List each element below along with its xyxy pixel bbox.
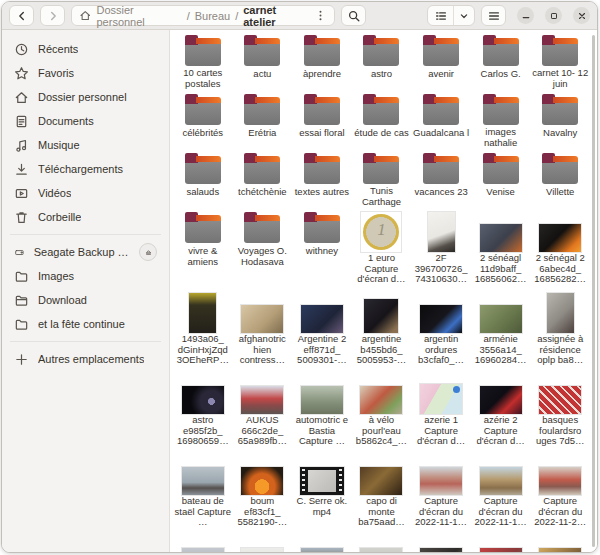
search-button[interactable] bbox=[341, 5, 366, 26]
forward-button[interactable] bbox=[40, 5, 65, 26]
back-button[interactable] bbox=[9, 5, 34, 26]
image-file-item[interactable]: Capture d'écran du … bbox=[174, 533, 232, 552]
image-thumbnail bbox=[420, 384, 462, 414]
main-menu-button[interactable] bbox=[481, 5, 506, 26]
image-file-item[interactable]: astro e985f2b_ 16980659… bbox=[174, 371, 232, 450]
image-file-item[interactable]: bateau de staël Capture … bbox=[174, 452, 232, 531]
sidebar-item-musique[interactable]: Musique bbox=[8, 133, 163, 157]
folder-item[interactable]: images nathalie bbox=[472, 91, 530, 148]
breadcrumb-root[interactable]: Dossier personnel bbox=[96, 4, 181, 28]
folder-item[interactable]: vivre & amiens bbox=[174, 209, 232, 288]
breadcrumb-parent[interactable]: Bureau bbox=[195, 10, 230, 22]
sidebar-item-seagate-backup-plus-drive[interactable]: Seagate Backup Plus Drive bbox=[8, 240, 163, 264]
breadcrumb[interactable]: Dossier personnel / Bureau / carnet atel… bbox=[71, 5, 335, 26]
folder-item[interactable]: withney bbox=[293, 209, 351, 288]
sidebar-item-favoris[interactable]: Favoris bbox=[8, 61, 163, 85]
maximize-button[interactable] bbox=[545, 7, 562, 24]
music-icon bbox=[14, 138, 29, 153]
image-file-item[interactable]: Capture d'écran du … bbox=[233, 533, 291, 552]
image-file-item[interactable]: Capture d'écran du … bbox=[531, 533, 589, 552]
folder-item[interactable]: Erétria bbox=[233, 91, 291, 148]
folder-item[interactable]: salauds bbox=[174, 150, 232, 207]
folder-item[interactable]: célébrités bbox=[174, 91, 232, 148]
image-file-item[interactable]: 2 sénéagl 11d9baff_ 16856062… bbox=[472, 209, 530, 288]
file-label: argentine b455bd6_ 5005953-… bbox=[352, 334, 410, 366]
folder-item[interactable]: àprendre bbox=[293, 32, 351, 89]
image-file-item[interactable]: Capture d'écran du … bbox=[472, 533, 530, 552]
image-file-item[interactable]: basques foulardsro uges 7d5… bbox=[531, 371, 589, 450]
image-file-item[interactable]: capo di monte ba75aad… bbox=[352, 452, 410, 531]
folder-icon bbox=[423, 159, 459, 184]
folder-item[interactable]: astro bbox=[352, 32, 410, 89]
image-file-item[interactable]: 1493a06_ dGinHxjZqd 3OEheRP… bbox=[174, 290, 232, 369]
image-thumbnail bbox=[360, 467, 402, 495]
folder-item[interactable]: actu bbox=[233, 32, 291, 89]
folder-item[interactable]: Tunis Carthage bbox=[352, 150, 410, 207]
list-view-button[interactable] bbox=[428, 6, 454, 25]
image-file-item[interactable]: afghanotric hien contress… bbox=[233, 290, 291, 369]
image-file-item[interactable]: Capture d'écran du … bbox=[352, 533, 410, 552]
folder-item[interactable]: 10 cartes postales bbox=[174, 32, 232, 89]
sidebar-item-documents[interactable]: Documents bbox=[8, 109, 163, 133]
image-file-item[interactable]: à vélo pourl'eau b5862c4_… bbox=[352, 371, 410, 450]
folder-item[interactable]: Venise bbox=[472, 150, 530, 207]
image-file-item[interactable]: Capture d'écran du 2022-11-1… bbox=[472, 452, 530, 531]
image-file-item[interactable]: 1 euro Capture d'écran d… bbox=[352, 209, 410, 288]
image-file-item[interactable]: assignée à résidence oplp ba8… bbox=[531, 290, 589, 369]
folder-icon bbox=[14, 269, 29, 284]
folder-item[interactable]: Carlos G. bbox=[472, 32, 530, 89]
folder-item[interactable]: carnet 10- 12 juin bbox=[531, 32, 589, 89]
close-button[interactable] bbox=[573, 7, 590, 24]
file-label: arménie 3556a14_ 16960284… bbox=[472, 334, 530, 366]
image-file-item[interactable]: arménie 3556a14_ 16960284… bbox=[472, 290, 530, 369]
sidebar-item-dossier-personnel[interactable]: Dossier personnel bbox=[8, 85, 163, 109]
image-file-item[interactable]: argentine b455bd6_ 5005953-… bbox=[352, 290, 410, 369]
sidebar-item-label: Documents bbox=[38, 115, 94, 127]
image-file-item[interactable]: 2F 396700726_ 74310630… bbox=[412, 209, 470, 288]
sidebar-item-r-cents[interactable]: Récents bbox=[8, 37, 163, 61]
folder-item[interactable]: vacances 23 bbox=[412, 150, 470, 207]
image-file-item[interactable]: azerie 1 Capture d'écran d… bbox=[412, 371, 470, 450]
image-file-item[interactable]: argentin ordures b3cfaf0_… bbox=[412, 290, 470, 369]
image-file-item[interactable]: azérie 2 Capture d'écran d… bbox=[472, 371, 530, 450]
minimize-button[interactable] bbox=[517, 7, 534, 24]
folder-item[interactable]: essai floral bbox=[293, 91, 351, 148]
breadcrumb-current[interactable]: carnet atelier bbox=[243, 4, 309, 28]
sidebar-item-vid-os[interactable]: Vidéos bbox=[8, 181, 163, 205]
eject-button[interactable] bbox=[139, 243, 157, 261]
folder-item[interactable]: tchétchènie bbox=[233, 150, 291, 207]
folder-item[interactable]: Voyages O. Hodasava bbox=[233, 209, 291, 288]
image-file-item[interactable]: AUKUS 666c2de_ 65a989fb… bbox=[233, 371, 291, 450]
sidebar-item-et-la-f-te-continue[interactable]: et la fête continue bbox=[8, 312, 163, 336]
path-menu-button[interactable] bbox=[314, 9, 327, 22]
image-file-item[interactable]: Capture d'écran du 2022-11-1… bbox=[412, 452, 470, 531]
image-thumbnail bbox=[301, 305, 343, 333]
image-file-item[interactable]: Capture d'écran du 2022-11-2… bbox=[531, 452, 589, 531]
image-file-item[interactable]: Argentine 2 eff871d_ 5009301-… bbox=[293, 290, 351, 369]
sidebar-item-autres-emplacements[interactable]: Autres emplacements bbox=[8, 347, 163, 371]
sidebar-item-images[interactable]: Images bbox=[8, 264, 163, 288]
sidebar-item-corbeille[interactable]: Corbeille bbox=[8, 205, 163, 229]
file-label: Erétria bbox=[248, 128, 276, 139]
folder-item[interactable]: textes autres bbox=[293, 150, 351, 207]
folder-item[interactable]: étude de cas bbox=[352, 91, 410, 148]
sidebar-item-download[interactable]: Download bbox=[8, 288, 163, 312]
image-file-item[interactable]: automotric e Bastia Capture … bbox=[293, 371, 351, 450]
sidebar-item-t-l-chargements[interactable]: Téléchargements bbox=[8, 157, 163, 181]
view-options-button[interactable] bbox=[454, 6, 474, 25]
image-file-item[interactable]: boum ef83cf1_ 5582190-… bbox=[233, 452, 291, 531]
image-thumbnail bbox=[241, 467, 283, 495]
folder-item[interactable]: avenir bbox=[412, 32, 470, 89]
image-thumbnail bbox=[480, 467, 522, 495]
video-file-item[interactable]: C. Serre ok. mp4 bbox=[293, 452, 351, 531]
folder-item[interactable]: Navalny bbox=[531, 91, 589, 148]
image-file-item[interactable]: 2 sénégal 2 6abec4d_ 16856282… bbox=[531, 209, 589, 288]
image-file-item[interactable]: Capture d'écran du … bbox=[293, 533, 351, 552]
image-file-item[interactable]: Capture d'écran du … bbox=[412, 533, 470, 552]
image-thumbnail bbox=[241, 548, 283, 552]
folder-item[interactable]: Villette bbox=[531, 150, 589, 207]
close-icon bbox=[577, 11, 587, 21]
folder-icon bbox=[14, 317, 29, 332]
vertical-scrollbar[interactable] bbox=[592, 35, 595, 547]
folder-item[interactable]: Guadalcana l bbox=[412, 91, 470, 148]
